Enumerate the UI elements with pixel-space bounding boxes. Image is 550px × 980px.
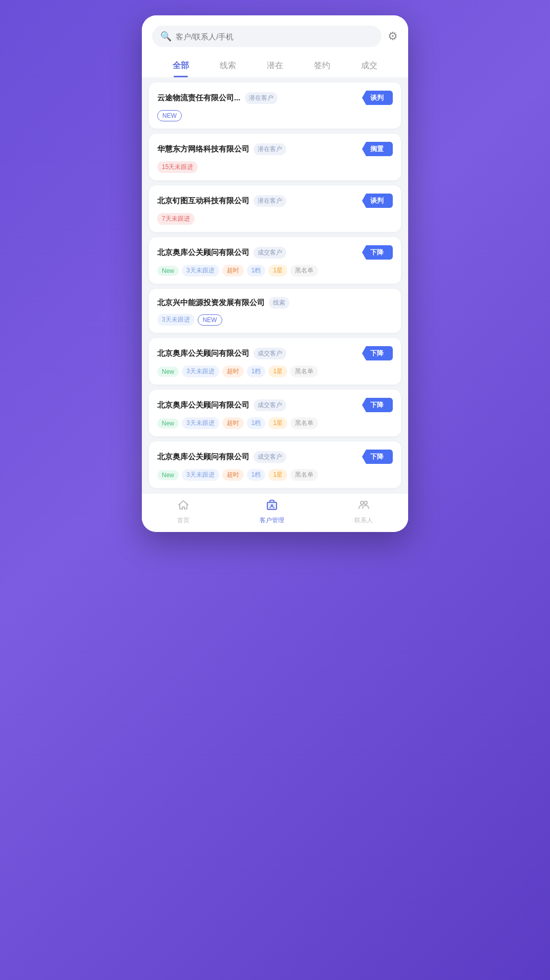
tag-new-outline: NEW — [157, 110, 182, 121]
tab-signed[interactable]: 签约 — [306, 55, 339, 77]
customer-card-7[interactable]: 北京奥库公关顾问有限公司成交客户下降New3天未跟进超时1档1星黑名单 — [149, 390, 401, 436]
contact-icon — [357, 499, 370, 514]
tag-days-3: 3天未跟进 — [157, 314, 195, 326]
tag-new-green: New — [157, 367, 179, 377]
tab-clue[interactable]: 线索 — [211, 55, 244, 77]
tag-days-3: 3天未跟进 — [182, 366, 219, 377]
customer-type-badge: 潜在客户 — [245, 92, 278, 104]
customer-type-badge: 成交客户 — [253, 399, 286, 411]
tag-overtime: 超时 — [222, 417, 244, 429]
card-title: 北京奥库公关顾问有限公司 — [157, 400, 249, 410]
status-badge[interactable]: 搁置 — [362, 142, 393, 156]
nav-home-label: 首页 — [177, 516, 189, 525]
tags-row: 15天未跟进 — [157, 161, 393, 173]
tag-star: 1星 — [268, 265, 287, 276]
search-input[interactable] — [176, 32, 373, 41]
card-title: 北京奥库公关顾问有限公司 — [157, 248, 249, 258]
customer-type-badge: 线索 — [269, 297, 289, 309]
customer-card-2[interactable]: 华慧东方网络科技有限公司潜在客户搁置15天未跟进 — [149, 134, 401, 180]
card-header: 北京钉图互动科技有限公司潜在客户谈判 — [157, 194, 393, 208]
status-badge[interactable]: 下降 — [362, 398, 393, 412]
tag-new-outline2: NEW — [198, 314, 222, 326]
customer-card-8[interactable]: 北京奥库公关顾问有限公司成交客户下降New3天未跟进超时1档1星黑名单 — [149, 441, 401, 488]
card-title: 云途物流责任有限公司... — [157, 93, 241, 103]
tag-star: 1星 — [268, 366, 287, 377]
card-header: 华慧东方网络科技有限公司潜在客户搁置 — [157, 142, 393, 156]
card-header: 北京奥库公关顾问有限公司成交客户下降 — [157, 346, 393, 360]
tag-new-green: New — [157, 470, 179, 480]
card-header: 北京奥库公关顾问有限公司成交客户下降 — [157, 245, 393, 260]
tag-days-3: 3天未跟进 — [182, 469, 219, 481]
tags-row: New3天未跟进超时1档1星黑名单 — [157, 265, 393, 276]
tabs-row: 全部 线索 潜在 签约 成交 — [152, 55, 398, 77]
tag-new-green: New — [157, 266, 179, 276]
home-icon — [177, 499, 189, 514]
phone-container: 🔍 ⚙ 全部 线索 潜在 签约 成交 云途物流责任有限公司...潜在客户谈判NE… — [142, 15, 408, 532]
card-title: 北京奥库公关顾问有限公司 — [157, 452, 249, 462]
tag-blacklist: 黑名单 — [290, 417, 318, 429]
svg-point-3 — [361, 501, 364, 504]
customer-type-badge: 成交客户 — [253, 247, 286, 259]
status-badge[interactable]: 谈判 — [362, 194, 393, 208]
card-title: 北京兴中能源投资发展有限公司 — [157, 298, 265, 308]
tags-row: New3天未跟进超时1档1星黑名单 — [157, 366, 393, 377]
tag-days-3: 3天未跟进 — [182, 417, 219, 429]
status-badge[interactable]: 下降 — [362, 245, 393, 260]
search-box[interactable]: 🔍 — [152, 26, 382, 47]
card-title: 北京钉图互动科技有限公司 — [157, 196, 249, 206]
tag-tier: 1档 — [247, 469, 266, 481]
tag-days: 15天未跟进 — [157, 161, 198, 173]
tag-blacklist: 黑名单 — [290, 366, 318, 377]
tags-row: NEW — [157, 110, 393, 121]
search-icon: 🔍 — [160, 31, 172, 42]
tag-star: 1星 — [268, 469, 287, 481]
bottom-nav: 首页 客户管理 — [142, 493, 408, 532]
customer-type-badge: 成交客户 — [253, 451, 286, 463]
customer-card-5[interactable]: 北京兴中能源投资发展有限公司线索3天未跟进NEW — [149, 289, 401, 333]
customer-card-6[interactable]: 北京奥库公关顾问有限公司成交客户下降New3天未跟进超时1档1星黑名单 — [149, 338, 401, 385]
card-header: 北京奥库公关顾问有限公司成交客户下降 — [157, 398, 393, 412]
tag-overtime: 超时 — [222, 265, 244, 276]
tag-tier: 1档 — [247, 417, 266, 429]
card-header: 云途物流责任有限公司...潜在客户谈判 — [157, 91, 393, 105]
tags-row: New3天未跟进超时1档1星黑名单 — [157, 469, 393, 481]
svg-point-4 — [364, 501, 367, 504]
tag-tier: 1档 — [247, 366, 266, 377]
tab-deal[interactable]: 成交 — [353, 55, 386, 77]
tag-tier: 1档 — [247, 265, 266, 276]
tag-overtime: 超时 — [222, 366, 244, 377]
card-title: 华慧东方网络科技有限公司 — [157, 144, 249, 154]
search-row: 🔍 ⚙ — [152, 26, 398, 47]
tag-blacklist: 黑名单 — [290, 265, 318, 276]
tag-days: 7天未跟进 — [157, 213, 195, 225]
status-badge[interactable]: 下降 — [362, 346, 393, 360]
nav-customer[interactable]: 客户管理 — [260, 499, 284, 525]
tag-days-3: 3天未跟进 — [182, 265, 219, 276]
tab-potential[interactable]: 潜在 — [259, 55, 291, 77]
customer-card-1[interactable]: 云途物流责任有限公司...潜在客户谈判NEW — [149, 82, 401, 129]
card-header: 北京兴中能源投资发展有限公司线索 — [157, 297, 393, 309]
top-bar: 🔍 ⚙ 全部 线索 潜在 签约 成交 — [142, 15, 408, 77]
filter-icon[interactable]: ⚙ — [388, 30, 398, 43]
customer-type-badge: 潜在客户 — [253, 143, 286, 155]
tag-star: 1星 — [268, 417, 287, 429]
customer-card-4[interactable]: 北京奥库公关顾问有限公司成交客户下降New3天未跟进超时1档1星黑名单 — [149, 237, 401, 284]
tags-row: New3天未跟进超时1档1星黑名单 — [157, 417, 393, 429]
content-list: 云途物流责任有限公司...潜在客户谈判NEW华慧东方网络科技有限公司潜在客户搁置… — [142, 77, 408, 493]
tag-overtime: 超时 — [222, 469, 244, 481]
card-title: 北京奥库公关顾问有限公司 — [157, 349, 249, 358]
nav-customer-label: 客户管理 — [260, 516, 284, 525]
customer-card-3[interactable]: 北京钉图互动科技有限公司潜在客户谈判7天未跟进 — [149, 185, 401, 232]
nav-contact[interactable]: 联系人 — [354, 499, 373, 525]
nav-home[interactable]: 首页 — [177, 499, 189, 525]
tag-new-green: New — [157, 418, 179, 429]
customer-type-badge: 成交客户 — [253, 348, 286, 359]
tab-all[interactable]: 全部 — [164, 55, 197, 77]
customer-icon — [266, 499, 278, 514]
status-badge[interactable]: 下降 — [362, 450, 393, 464]
tags-row: 7天未跟进 — [157, 213, 393, 225]
card-header: 北京奥库公关顾问有限公司成交客户下降 — [157, 450, 393, 464]
tags-row: 3天未跟进NEW — [157, 314, 393, 326]
status-badge[interactable]: 谈判 — [362, 91, 393, 105]
tag-blacklist: 黑名单 — [290, 469, 318, 481]
